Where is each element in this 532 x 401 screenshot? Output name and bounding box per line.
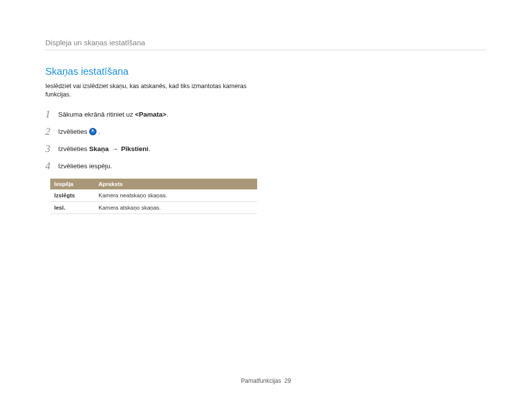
step-text: Izvēlieties iespēju. <box>58 162 112 170</box>
step-number: 3 <box>45 143 58 154</box>
table-header-description: Apraksts <box>95 179 257 189</box>
settings-target-icon <box>89 128 97 135</box>
table-cell-option: Iesl. <box>50 201 95 214</box>
step-bold: <Pamata> <box>135 111 166 118</box>
step-post: . <box>166 111 168 118</box>
steps-list: 1 Sākuma ekrānā ritiniet uz <Pamata>. 2 … <box>45 106 272 175</box>
step-pre: Sākuma ekrānā ritiniet uz <box>58 111 135 118</box>
page-footer: Pamatfunkcijas 29 <box>0 377 532 384</box>
table-row: Izslēgts Kamera neatskaņo skaņas. <box>50 189 257 202</box>
step-text: Sākuma ekrānā ritiniet uz <Pamata>. <box>58 111 168 118</box>
table-header-row: Iespēja Apraksts <box>50 179 257 189</box>
step-post: . <box>148 145 150 153</box>
step-4: 4 Izvēlieties iespēju. <box>45 157 272 175</box>
step-bold-1: Skaņa <box>89 145 109 153</box>
table-row: Iesl. Kamera atskaņo skaņas. <box>50 201 257 214</box>
page-header-title: Displeja un skaņas iestatīšana <box>45 38 487 47</box>
page: Displeja un skaņas iestatīšana Skaņas ie… <box>0 0 532 401</box>
step-number: 2 <box>45 126 58 137</box>
page-header: Displeja un skaņas iestatīšana <box>45 38 487 50</box>
step-1: 1 Sākuma ekrānā ritiniet uz <Pamata>. <box>45 106 272 123</box>
arrow-icon: → <box>111 145 120 153</box>
step-number: 1 <box>45 109 58 120</box>
table-header-option: Iespēja <box>50 179 95 189</box>
section-title: Skaņas iestatīšana <box>45 66 487 77</box>
table-cell-option: Izslēgts <box>50 189 95 202</box>
step-pre: Izvēlieties <box>58 145 89 153</box>
step-number: 4 <box>45 160 58 172</box>
step-text: Izvēlieties . <box>58 128 100 135</box>
table-cell-description: Kamera neatskaņo skaņas. <box>95 189 257 202</box>
section-description: Ieslēdziet vai izslēdziet skaņu, kas ats… <box>45 82 252 99</box>
step-text: Izvēlieties Skaņa → Pīkstieni. <box>58 145 150 153</box>
options-table: Iespēja Apraksts Izslēgts Kamera neatska… <box>50 179 257 214</box>
step-post: . <box>97 128 100 135</box>
footer-section: Pamatfunkcijas <box>241 377 281 384</box>
step-pre: Izvēlieties <box>58 128 89 135</box>
step-3: 3 Izvēlieties Skaņa → Pīkstieni. <box>45 140 272 157</box>
table-cell-description: Kamera atskaņo skaņas. <box>95 201 257 214</box>
footer-page-number: 29 <box>284 377 291 384</box>
step-bold-2: Pīkstieni <box>121 145 149 153</box>
step-2: 2 Izvēlieties . <box>45 123 272 140</box>
